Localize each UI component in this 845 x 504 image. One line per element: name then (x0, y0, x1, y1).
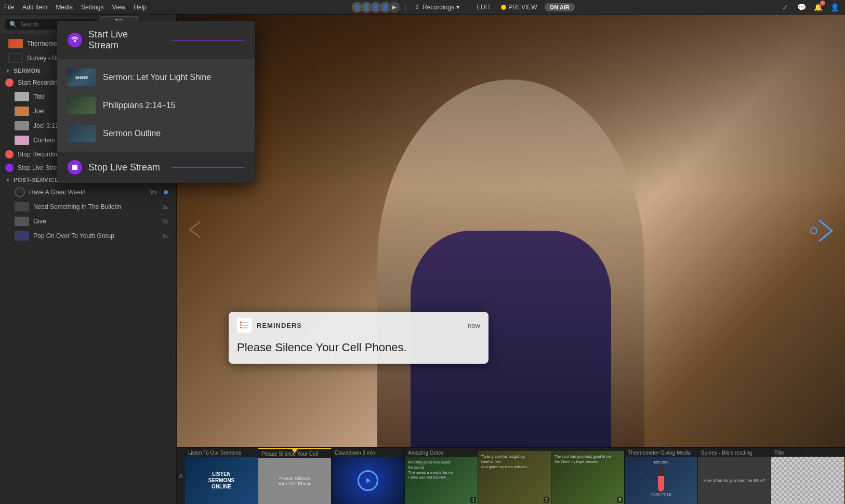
filmstrip-label: Amazing Grace (405, 448, 478, 457)
record-start-dot (5, 78, 14, 87)
filmstrip-thumb: Amazing grace how sweetthe soundThat sav… (405, 457, 478, 504)
list-item[interactable]: Give 6s (0, 214, 176, 229)
filmstrip-label: Title (771, 448, 844, 457)
filmstrip-item[interactable]: Title (771, 448, 844, 504)
avatar-group: 👤 👤 👤 👤 ▶ (351, 2, 400, 13)
live-stream-dropdown: Start Live Stream SHINE Sermon: Let Your… (57, 21, 255, 183)
dropdown-items: SHINE Sermon: Let Your Light Shine Phili… (57, 59, 255, 152)
dropdown-philippians-label: Philippians 2:14–15 (103, 101, 176, 110)
item-thumb (15, 92, 29, 101)
dropdown-footer: Stop Live Stream (57, 152, 255, 183)
menu-bar-left: File Add Item Media Settings View Help (4, 4, 147, 11)
film-number: 1 (470, 497, 476, 503)
item-thumb (15, 202, 29, 211)
stop-live-stream-label: Stop Live Stream (88, 162, 161, 173)
recordings-button[interactable]: 🎙 Recordings ▾ (411, 3, 463, 12)
filmstrip-item[interactable]: Survey - Bible reading How often do you … (698, 448, 771, 504)
on-air-button[interactable]: ON AIR (545, 3, 575, 11)
reminder-title: REMINDERS (257, 322, 302, 329)
svg-rect-0 (240, 322, 242, 323)
list-item[interactable]: Need Something In The Bulletin 9s (0, 200, 176, 214)
menu-bar: File Add Item Media Settings View Help 👤… (0, 0, 845, 15)
menu-help[interactable]: Help (134, 4, 147, 11)
film-number: 2 (544, 497, 549, 503)
item-duration: 6s (162, 219, 168, 224)
filmstrip-item[interactable]: Listen To Our Sermons LISTENSERMONSONLIN… (185, 448, 258, 504)
dropdown-item-philippians[interactable]: Philippians 2:14–15 (57, 91, 255, 120)
item-thumb (8, 39, 23, 48)
filmstrip-thumb: How often do you read the Bible? (698, 457, 771, 504)
menu-view[interactable]: View (112, 4, 125, 11)
dropdown-item-sermon[interactable]: SHINE Sermon: Let Your Light Shine (57, 63, 255, 91)
filmstrip-thumb (332, 457, 404, 504)
preview-image: REMINDERS now Please Silence Your Cell P… (177, 15, 845, 447)
bell-icon[interactable]: 🔔 1 (813, 2, 824, 13)
item-thumb (15, 136, 29, 145)
search-icon: 🔍 (9, 21, 17, 28)
reminder-header-left: REMINDERS (237, 318, 302, 333)
list-item[interactable]: Pop On Over To Youth Group 6s (0, 229, 176, 243)
item-label: Pop On Over To Youth Group (33, 232, 158, 240)
start-live-stream-label: Start Live Stream (88, 29, 161, 51)
next-slide-button[interactable] (809, 210, 835, 251)
preview-button[interactable]: PREVIEW (497, 3, 541, 12)
dropdown-sermon-label: Sermon: Let Your Light Shine (103, 73, 211, 82)
checkmark-icon[interactable]: ✓ (780, 2, 791, 13)
dropdown-item-outline[interactable]: Sermon Outline (57, 120, 255, 148)
chat-icon[interactable]: 💬 (796, 2, 808, 13)
filmstrip-label: Listen To Our Sermons (185, 448, 258, 457)
svg-rect-2 (240, 327, 242, 328)
dropdown-outline-label: Sermon Outline (103, 129, 161, 138)
menu-add-item[interactable]: Add Item (22, 4, 47, 11)
reminder-body: Please Silence Your Cell Phones. (229, 337, 488, 364)
preview-main-area: REMINDERS now Please Silence Your Cell P… (177, 15, 845, 447)
preview-label: PREVIEW (508, 4, 537, 11)
preview-area: REMINDERS now Please Silence Your Cell P… (177, 15, 845, 447)
menu-media[interactable]: Media (56, 4, 73, 11)
sermon-thumb: SHINE (68, 69, 96, 86)
menu-bar-center: 👤 👤 👤 👤 ▶ 🎙 Recordings ▾ EDIT PREVIEW ON… (351, 2, 574, 13)
item-circle-thumb (15, 187, 25, 197)
filmstrip-thumb (771, 457, 844, 504)
active-indicator (292, 449, 298, 453)
filmstrip-item[interactable]: The Lord has promised good to meHis Word… (551, 448, 625, 504)
menu-file[interactable]: File (4, 4, 14, 11)
live-dot (164, 190, 168, 194)
menu-bar-right: ✓ 💬 🔔 1 👤 (780, 2, 841, 13)
avatar-more[interactable]: ▶ (389, 2, 400, 13)
recordings-icon: 🎙 (414, 4, 420, 11)
dropdown-separator-line (172, 40, 244, 41)
filmstrip-item[interactable]: Thermometer Giving Media $55,000 FUND TI… (625, 448, 698, 504)
svg-rect-4 (243, 325, 248, 326)
svg-point-8 (74, 40, 76, 42)
section-label: Sermon (14, 68, 40, 74)
edit-button[interactable]: EDIT (473, 3, 494, 12)
list-item[interactable]: Have A Great Week! 30s (0, 185, 176, 200)
reminder-text: Please Silence Your Cell Phones. (237, 341, 407, 354)
reminder-icon (237, 318, 252, 333)
filmstrip-item[interactable]: 'Twas grace that taught myheart to fearA… (478, 448, 551, 504)
item-thumb (8, 54, 23, 63)
svg-rect-1 (240, 324, 242, 326)
dropdown-footer-line (172, 167, 244, 168)
item-thumb (15, 231, 29, 241)
filmstrip-label: Countdown 3 min (332, 448, 404, 457)
notification-badge: 1 (820, 1, 825, 6)
dropdown-header: Start Live Stream (57, 21, 255, 59)
filmstrip-item-active[interactable]: Please Silence Your Cell Please Silence … (258, 448, 332, 504)
filmstrip-item[interactable]: Countdown 3 min (332, 448, 405, 504)
menu-settings[interactable]: Settings (81, 4, 103, 11)
item-duration: 6s (162, 233, 168, 239)
item-thumb (15, 217, 29, 226)
filmstrip-thumb: $55,000 FUND TITLE (625, 457, 697, 504)
svg-point-6 (811, 228, 817, 234)
filmstrip-thumb: LISTENSERMONSONLINE (185, 457, 258, 504)
filmstrip-thumb: Please Silence Your Cell Phone (258, 458, 331, 504)
filmstrip-item[interactable]: Amazing Grace Amazing grace how sweetthe… (405, 448, 478, 504)
user-avatar-icon[interactable]: 👤 (829, 2, 841, 13)
outline-thumb (68, 125, 96, 142)
svg-marker-7 (366, 478, 371, 483)
bg-dark-top (177, 15, 845, 188)
filmstrip-thumb: The Lord has promised good to meHis Word… (551, 451, 624, 504)
prev-slide-button[interactable] (187, 217, 203, 245)
